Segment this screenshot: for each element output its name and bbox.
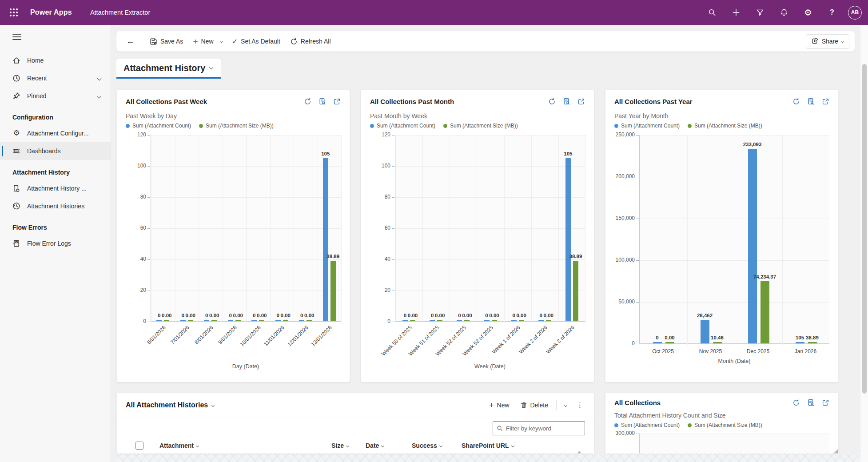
bar-value-label: 233,093 <box>743 142 762 147</box>
y-tick-mark <box>147 135 150 135</box>
x-tick-label: 10/01/2026 <box>217 324 262 370</box>
bar-sum-attachment-count <box>457 320 462 321</box>
expand-icon[interactable] <box>822 98 829 105</box>
delete-button[interactable]: Delete <box>516 399 553 411</box>
chevron-down-icon <box>346 444 349 447</box>
y-tick-mark <box>147 291 150 291</box>
chart-card-past-month: All Collections Past Month Past Month by… <box>361 89 594 382</box>
vertical-gridline <box>270 135 271 323</box>
sidebar-item-home[interactable]: Home <box>0 52 111 69</box>
bar-value-label: 0.00 <box>304 313 314 318</box>
bar-value-label: 0 <box>158 313 160 318</box>
gridline <box>395 259 585 260</box>
y-tick-label: 80 <box>140 194 146 200</box>
expand-icon[interactable] <box>333 98 341 105</box>
y-tick-label: 50,000 <box>618 299 635 305</box>
filter-input[interactable] <box>506 425 581 432</box>
column-header-date[interactable]: Date <box>366 442 384 449</box>
new-record-button[interactable]: + New <box>485 398 514 412</box>
waffle-icon[interactable] <box>7 6 20 19</box>
more-commands-chevron[interactable] <box>560 402 571 409</box>
sidebar-item-dashboards[interactable]: Dashboards <box>0 142 111 160</box>
vertical-gridline <box>223 135 223 323</box>
app-name: Power Apps <box>30 8 72 16</box>
view-selector[interactable]: All Attachment Histories <box>126 401 214 409</box>
refresh-all-button[interactable]: Refresh All <box>285 35 336 48</box>
y-tick-label: 120 <box>137 131 146 138</box>
add-icon[interactable] <box>726 3 746 22</box>
command-bar: ← Save As + New ✓ Set As Default Refresh… <box>116 31 855 52</box>
y-tick-label: 20 <box>140 287 146 293</box>
chart-subtitle: Past Month by Week <box>370 112 585 119</box>
chart-subtitle: Total Attachment History Count and Size <box>614 412 829 419</box>
view-records-icon[interactable] <box>807 98 815 105</box>
more-options-icon[interactable]: ⋮ <box>573 399 587 411</box>
x-tick-label: 11/01/2026 <box>240 324 286 370</box>
chart-legend: Sum (Attachment Count) Sum (Attachment S… <box>126 123 341 129</box>
bar-value-label: 0.00 <box>665 335 674 340</box>
hamburger-icon[interactable] <box>12 34 21 40</box>
bar-sum-attachment-size <box>713 342 722 343</box>
share-button[interactable]: Share <box>806 34 849 49</box>
expand-icon[interactable] <box>577 98 585 105</box>
x-tick-label: Jan 2026 <box>779 348 832 354</box>
new-button[interactable]: + New <box>188 34 227 49</box>
view-records-icon[interactable] <box>563 98 570 105</box>
filter-icon[interactable] <box>750 3 770 22</box>
search-icon[interactable] <box>702 3 722 22</box>
page-scrollbar-thumb[interactable] <box>862 64 867 394</box>
bar-sum-attachment-size <box>808 342 817 343</box>
sidebar-item-flow-error-logs[interactable]: Flow Error Logs <box>0 235 111 252</box>
help-icon[interactable]: ? <box>822 3 842 22</box>
bar-value-label: 0 <box>458 313 461 318</box>
vertical-gridline <box>504 135 505 323</box>
column-header-attachment[interactable]: Attachment <box>159 442 199 449</box>
y-tick-mark <box>147 166 150 167</box>
y-tick-label: 300,000 <box>616 430 635 436</box>
back-icon[interactable]: ← <box>122 35 139 48</box>
panel-title: All Collections Past Month <box>370 98 454 105</box>
bar-sum-attachment-size <box>464 320 470 321</box>
sidebar-item-attachment-histories[interactable]: Attachment Histories <box>0 197 111 215</box>
refresh-icon[interactable] <box>304 98 311 105</box>
y-axis: 050,000100,000150,000200,000250,000 <box>614 135 639 364</box>
x-tick-label: Nov 2025 <box>684 348 737 354</box>
bar-sum-attachment-size <box>235 320 241 321</box>
select-all-checkbox[interactable] <box>135 442 143 450</box>
bar-value-label: 105 <box>796 335 804 340</box>
refresh-icon[interactable] <box>792 399 800 406</box>
chevron-down-icon <box>97 76 102 80</box>
set-as-default-button[interactable]: ✓ Set As Default <box>227 34 285 48</box>
save-as-button[interactable]: Save As <box>145 35 188 48</box>
column-header-success[interactable]: Success <box>412 442 442 449</box>
settings-icon[interactable]: ⚙ <box>798 3 818 22</box>
sidebar-item-attachment-history-dashboard[interactable]: Attachment History ... <box>0 179 111 197</box>
view-records-icon[interactable] <box>319 98 326 105</box>
x-tick-label: 8/01/2026 <box>169 324 215 370</box>
refresh-icon[interactable] <box>792 98 800 105</box>
refresh-icon[interactable] <box>548 98 556 105</box>
y-tick-label: 20 <box>385 287 390 293</box>
notifications-icon[interactable] <box>774 3 794 22</box>
chevron-down-icon <box>381 444 384 447</box>
avatar[interactable]: AB <box>848 6 862 20</box>
legend-dot-count <box>614 423 618 427</box>
bar-sum-attachment-size <box>760 281 769 343</box>
vertical-gridline <box>422 135 423 323</box>
sidebar-item-pinned[interactable]: Pinned <box>0 87 111 105</box>
sidebar-item-recent[interactable]: Recent <box>0 69 111 87</box>
sidebar-item-attachment-configuration[interactable]: ⚙ Attachment Configur... <box>0 124 111 142</box>
column-header-size[interactable]: Size <box>331 442 349 449</box>
y-tick-mark <box>636 302 639 303</box>
column-header-sharepoint-url[interactable]: SharePoint URL <box>462 442 514 449</box>
vertical-gridline <box>175 135 175 323</box>
bar-value-label: 0.00 <box>462 313 472 318</box>
dashboard-selector[interactable]: Attachment History <box>116 59 221 79</box>
y-axis: 300,000 <box>614 434 639 454</box>
expand-icon[interactable] <box>822 399 829 406</box>
vertical-gridline <box>782 135 783 345</box>
view-records-icon[interactable] <box>807 399 815 406</box>
panel-title: All Collections Past Year <box>614 98 693 105</box>
sidebar-item-label: Attachment Histories <box>27 203 84 210</box>
y-tick-mark <box>636 434 639 434</box>
